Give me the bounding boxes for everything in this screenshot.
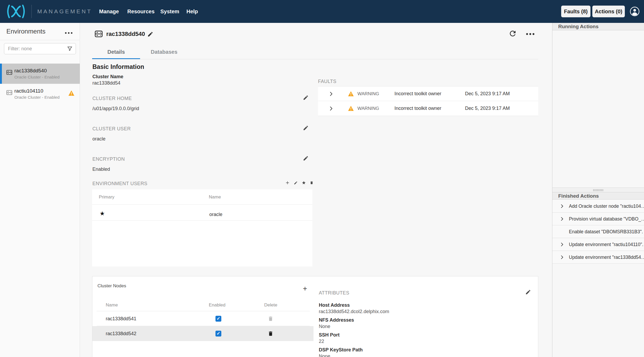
finished-action-text: Add Oracle cluster node "ractiu104… xyxy=(569,204,644,209)
cluster-home-value: /u01/app/19.0.0.0/grid xyxy=(92,106,139,111)
attr-dsp-keystore-label: DSP KeyStore Path xyxy=(319,347,363,353)
expand-chevron-icon[interactable] xyxy=(559,216,565,222)
finished-action-row[interactable]: Enable dataset "DBOMSRB331B3". xyxy=(552,225,644,238)
tab-databases[interactable]: Databases xyxy=(140,49,188,59)
environment-users-label: ENVIRONMENT USERS xyxy=(92,181,148,186)
warning-icon xyxy=(68,90,75,96)
nodes-col-enabled: Enabled xyxy=(209,302,225,308)
environment-subtitle: Oracle Cluster - Enabled xyxy=(14,75,60,80)
cluster-icon xyxy=(6,89,13,96)
actions-button[interactable]: Actions (0) xyxy=(592,6,625,17)
panel-splitter[interactable] xyxy=(552,188,644,192)
expand-chevron-icon[interactable] xyxy=(559,204,565,209)
fault-title: Incorrect toolkit owner xyxy=(394,91,441,97)
attr-dsp-keystore-value: None xyxy=(319,354,330,357)
edit-encryption-icon[interactable] xyxy=(303,155,309,161)
encryption-value: Enabled xyxy=(92,167,110,172)
nav-system[interactable]: System xyxy=(160,0,179,23)
cluster-name-label: Cluster Name xyxy=(92,74,123,80)
nodes-col-delete: Delete xyxy=(264,302,277,308)
navbar-divider xyxy=(31,5,32,18)
environment-name: ractiu104110 xyxy=(14,88,43,94)
finished-action-row[interactable]: Add Oracle cluster node "ractiu104… xyxy=(552,200,644,213)
add-user-icon[interactable] xyxy=(285,180,290,186)
edit-attributes-icon[interactable] xyxy=(525,289,531,295)
cluster-nodes-card: Cluster Nodes + Name Enabled Delete rac1… xyxy=(92,276,538,357)
splitter-handle-icon xyxy=(593,189,604,191)
enabled-checkbox[interactable]: ✓ xyxy=(215,316,221,322)
faults-section-label: FAULTS xyxy=(318,79,336,84)
attr-ssh-port-label: SSH Port xyxy=(319,332,340,338)
finished-action-row[interactable]: Update environment "ractiu104110". xyxy=(552,238,644,251)
environment-subtitle: Oracle Cluster - Enabled xyxy=(14,95,60,100)
primary-star-icon: ★ xyxy=(100,210,105,217)
edit-user-icon[interactable] xyxy=(294,180,298,186)
filter-input[interactable] xyxy=(8,43,64,54)
cluster-icon xyxy=(94,29,103,39)
brand-title: MANAGEMENT xyxy=(37,0,92,23)
set-primary-user-icon[interactable] xyxy=(302,180,306,186)
faults-table: WARNING Incorrect toolkit owner Dec 5, 2… xyxy=(318,86,538,116)
expand-chevron-icon[interactable] xyxy=(328,91,334,97)
nav-resources[interactable]: Resources xyxy=(127,0,154,23)
expand-chevron-icon[interactable] xyxy=(559,242,565,247)
warning-icon xyxy=(348,91,354,97)
faults-button[interactable]: Faults (8) xyxy=(561,6,590,17)
finished-action-text: Enable dataset "DBOMSRB331B3". xyxy=(569,229,644,235)
finished-action-text: Update environment "rac1338dd54… xyxy=(569,255,644,260)
delete-node-icon[interactable] xyxy=(268,331,274,337)
users-col-name: Name xyxy=(209,194,221,200)
finished-actions-header: Finished Actions xyxy=(552,192,644,200)
finished-action-row[interactable]: Update environment "rac1338dd54… xyxy=(552,251,644,264)
attributes-label: ATTRIBUTES xyxy=(319,290,349,296)
environment-users-toolbar xyxy=(285,179,313,186)
node-row-rac1338dd542[interactable]: rac1338dd542 ✓ xyxy=(92,326,313,341)
warning-icon xyxy=(348,106,354,111)
sidebar-item-rac1338dd540[interactable]: rac1338dd540 Oracle Cluster - Enabled xyxy=(0,64,80,84)
actions-panel: Running Actions Finished Actions Add Ora… xyxy=(552,23,644,357)
attr-host-address-value: rac1338dd542.dcol2.delphix.com xyxy=(319,309,389,314)
tab-details[interactable]: Details xyxy=(92,49,140,59)
edit-cluster-home-icon[interactable] xyxy=(303,95,309,101)
cluster-user-label: CLUSTER USER xyxy=(92,126,131,132)
encryption-label: ENCRYPTION xyxy=(92,156,125,162)
nav-help[interactable]: Help xyxy=(186,0,198,23)
filter-icon[interactable] xyxy=(67,46,72,51)
sidebar-title: Environments xyxy=(6,28,46,35)
nodes-col-name: Name xyxy=(106,302,118,308)
cluster-user-value: oracle xyxy=(92,136,105,142)
expand-chevron-icon[interactable] xyxy=(328,106,334,111)
environments-sidebar: Environments rac1338dd540 Oracle Cluster… xyxy=(0,23,80,357)
fault-row[interactable]: WARNING Incorrect toolkit owner Dec 5, 2… xyxy=(318,86,538,101)
user-name-cell: oracle xyxy=(209,212,222,217)
fault-severity: WARNING xyxy=(357,106,379,111)
node-name-cell: rac1338dd542 xyxy=(106,331,136,337)
fault-row[interactable]: WARNING Incorrect toolkit owner Dec 5, 2… xyxy=(318,101,538,116)
edit-cluster-user-icon[interactable] xyxy=(303,125,309,131)
sidebar-item-ractiu104110[interactable]: ractiu104110 Oracle Cluster - Enabled xyxy=(0,84,80,104)
add-node-icon[interactable]: + xyxy=(303,285,310,292)
page-more-menu-icon[interactable] xyxy=(524,31,536,37)
top-navbar: MANAGEMENT Manage Resources System Help … xyxy=(0,0,644,23)
nav-manage[interactable]: Manage xyxy=(99,0,119,23)
fault-severity: WARNING xyxy=(357,91,379,97)
running-actions-body xyxy=(552,30,644,188)
fault-date: Dec 5, 2023 9:17 AM xyxy=(465,91,510,97)
tabs-hairline xyxy=(92,59,538,59)
page-title: rac1338dd540 xyxy=(106,31,145,38)
enabled-checkbox[interactable]: ✓ xyxy=(215,331,221,337)
edit-title-icon[interactable] xyxy=(147,31,153,37)
finished-actions-list: Add Oracle cluster node "ractiu104… Prov… xyxy=(552,200,644,264)
sidebar-more-menu-icon[interactable] xyxy=(64,30,74,36)
delete-user-icon[interactable] xyxy=(310,180,313,186)
cluster-icon xyxy=(6,69,13,76)
environment-name: rac1338dd540 xyxy=(14,68,47,74)
user-avatar-icon[interactable] xyxy=(630,6,640,16)
expand-chevron-icon[interactable] xyxy=(559,255,565,260)
finished-action-row[interactable]: Provision virtual database "VDBO_… xyxy=(552,213,644,225)
attr-nfs-label: NFS Addresses xyxy=(319,317,354,323)
refresh-icon[interactable] xyxy=(508,29,517,38)
node-row-rac1338dd541[interactable]: rac1338dd541 ✓ xyxy=(92,311,313,326)
filter-box xyxy=(4,43,76,54)
cluster-nodes-label: Cluster Nodes xyxy=(97,283,126,289)
